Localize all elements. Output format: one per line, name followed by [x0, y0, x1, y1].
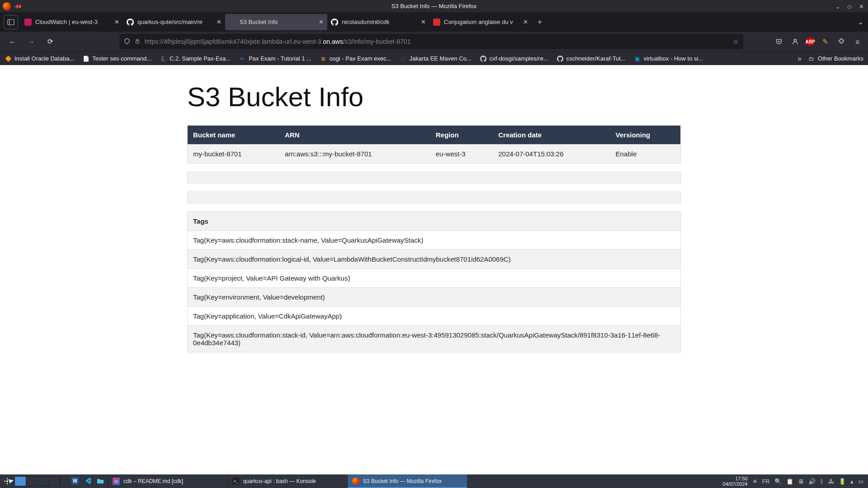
tag-cell: Tag(Key=aws:cloudformation:logical-id, V…: [188, 250, 681, 269]
close-button[interactable]: ✕: [859, 3, 865, 9]
bookmark-item[interactable]: ✏Pax Exam - Tutorial 1 ...: [239, 55, 311, 62]
bookmark-favicon: ≣: [320, 55, 327, 62]
bookmarks-bar: 🔶Install Oracle Databa...📄Tester ses com…: [0, 52, 868, 65]
pocket-icon[interactable]: [773, 36, 785, 47]
bookmark-label: C.2. Sample Pax-Exa...: [170, 55, 231, 62]
window-title: S3 Bucket Info — Mozilla Firefox: [392, 3, 477, 9]
tag-cell: Tag(Key=environment, Value=development): [188, 288, 681, 307]
menu-button[interactable]: ≡: [852, 36, 863, 47]
pin-vscode-icon[interactable]: [84, 477, 91, 486]
adblock-icon[interactable]: ABP: [806, 37, 815, 46]
tab-label: quarkus-qute/src/main/re: [137, 19, 213, 25]
start-button[interactable]: [0, 474, 14, 488]
back-button[interactable]: ←: [5, 34, 20, 49]
shield-icon[interactable]: [124, 38, 130, 46]
url-bar[interactable]: https://4fhjdesji5jqm5japfd6xmk4740xjxte…: [119, 34, 743, 49]
bookmark-favicon: 🎩: [160, 55, 167, 62]
display-icon[interactable]: 🖥: [798, 478, 804, 485]
github-icon: [331, 19, 338, 26]
svg-point-8: [7, 483, 8, 484]
taskbar-item[interactable]: S3 Bucket Info — Mozilla Firefox: [347, 474, 467, 488]
minimize-button[interactable]: ⌄: [835, 3, 842, 9]
th-region: Region: [430, 126, 493, 145]
tab-close-icon[interactable]: ✕: [523, 19, 528, 25]
tab-close-icon[interactable]: ✕: [421, 19, 426, 25]
svg-point-4: [6, 480, 8, 482]
extension-icon[interactable]: ✎: [819, 36, 831, 47]
page-viewport: S3 Bucket Info Bucket name ARN Region Cr…: [0, 65, 868, 474]
chevron-up-icon[interactable]: ▴: [850, 478, 854, 485]
maximize-button[interactable]: ◇: [847, 3, 854, 9]
browser-tab[interactable]: nicolasduminil/cdk✕: [327, 14, 429, 30]
bookmark-item[interactable]: cschneider/Karaf-Tut...: [557, 55, 626, 62]
bookmark-label: virtualbox - How to si...: [644, 55, 703, 62]
tab-close-icon[interactable]: ✕: [114, 19, 119, 25]
tag-row: Tag(Key=aws:cloudformation:logical-id, V…: [188, 250, 681, 269]
pin-files-icon[interactable]: [97, 477, 104, 486]
tab-label: S3 Bucket Info: [240, 19, 315, 25]
tab-label: CloudWatch | eu-west-3: [35, 19, 111, 25]
pin-word-icon[interactable]: W: [71, 477, 79, 486]
other-bookmarks[interactable]: 🗀 Other Bookmarks: [808, 55, 863, 62]
new-tab-button[interactable]: +: [533, 16, 546, 28]
page-icon: [229, 19, 236, 26]
show-desktop-icon[interactable]: ▭: [858, 478, 863, 485]
bucket-table: Bucket name ARN Region Creation date Ver…: [187, 125, 681, 164]
svg-point-6: [9, 481, 10, 482]
browser-tab[interactable]: S3 Bucket Info✕: [225, 14, 327, 30]
taskbar-item-label: cdk – README.md [cdk]: [123, 478, 183, 484]
bookmark-star-icon[interactable]: ☆: [733, 38, 739, 45]
network-icon[interactable]: 🖧: [828, 478, 834, 485]
language-indicator[interactable]: FR: [762, 478, 770, 485]
bookmark-label: Install Oracle Databa...: [14, 55, 74, 62]
battery-icon[interactable]: 🔋: [839, 478, 846, 485]
bookmark-item[interactable]: 🎩C.2. Sample Pax-Exa...: [160, 55, 231, 62]
tab-close-icon[interactable]: ✕: [319, 19, 324, 25]
tab-close-icon[interactable]: ✕: [217, 19, 222, 25]
taskbar-item-label: S3 Bucket Info — Mozilla Firefox: [363, 478, 442, 484]
search-tray-icon[interactable]: 🔍: [774, 478, 782, 485]
svg-point-5: [4, 481, 5, 482]
volume-icon[interactable]: 🔊: [808, 478, 816, 485]
browser-tab[interactable]: quarkus-qute/src/main/re✕: [123, 14, 225, 30]
bookmark-item[interactable]: 📄Tester ses command...: [82, 55, 151, 62]
bookmarks-overflow[interactable]: »: [797, 55, 802, 63]
bookmark-item[interactable]: cxf-dosgi/samples/re...: [480, 55, 548, 62]
browser-tab[interactable]: CloudWatch | eu-west-3✕: [21, 14, 123, 30]
page-title: S3 Bucket Info: [187, 81, 681, 113]
empty-table-1: [187, 172, 681, 183]
lock-icon[interactable]: [135, 38, 140, 46]
bookmark-favicon: ✏: [239, 55, 246, 62]
firefox-icon: [352, 478, 359, 485]
th-versioning: Versioning: [610, 126, 681, 145]
notifications-icon[interactable]: ☀: [752, 478, 758, 485]
extensions-icon[interactable]: [835, 36, 847, 47]
account-icon[interactable]: [789, 36, 801, 47]
tag-row: Tag(Key=aws:cloudformation:stack-name, V…: [188, 231, 681, 250]
tray-clock[interactable]: 17:50 04/07/2024: [723, 476, 748, 487]
taskbar-item[interactable]: >_quarkus-api : bash — Konsole: [227, 474, 347, 488]
reload-button[interactable]: ⟳: [42, 34, 58, 49]
svg-rect-0: [8, 19, 14, 25]
url-text: https://4fhjdesji5jqm5japfd6xmk4740xjxte…: [145, 38, 728, 45]
sidebar-toggle[interactable]: [4, 15, 18, 29]
tag-cell: Tag(Key=aws:cloudformation:stack-name, V…: [188, 231, 681, 250]
cell-versioning: Enable: [610, 145, 681, 164]
th-creation-date: Creation date: [493, 126, 610, 145]
bookmark-item[interactable]: ≣osgi - Pax Exam exec...: [320, 55, 392, 62]
browser-tab[interactable]: Conjugaison anglaise du v✕: [429, 14, 532, 30]
clipboard-icon[interactable]: 📋: [786, 478, 793, 485]
cell-bucket-name: my-bucket-8701: [188, 145, 280, 164]
bookmark-item[interactable]: ◌Jakarta EE Maven Co...: [399, 55, 471, 62]
workspace-pager[interactable]: [14, 476, 61, 486]
taskbar-item[interactable]: IJcdk – README.md [cdk]: [108, 474, 227, 488]
forward-button[interactable]: →: [24, 34, 39, 49]
favicon: [433, 19, 440, 26]
bookmark-item[interactable]: 🔶Install Oracle Databa...: [5, 55, 74, 62]
tag-cell: Tag(Key=project, Value=API Gateway with …: [188, 269, 681, 288]
bluetooth-icon[interactable]: ᛒ: [820, 478, 824, 485]
tabs-overflow-button[interactable]: ⌄: [858, 18, 863, 26]
bookmark-item[interactable]: ▣virtualbox - How to si...: [634, 55, 703, 62]
tab-strip: CloudWatch | eu-west-3✕quarkus-qute/src/…: [0, 12, 868, 32]
github-icon: [480, 55, 487, 62]
